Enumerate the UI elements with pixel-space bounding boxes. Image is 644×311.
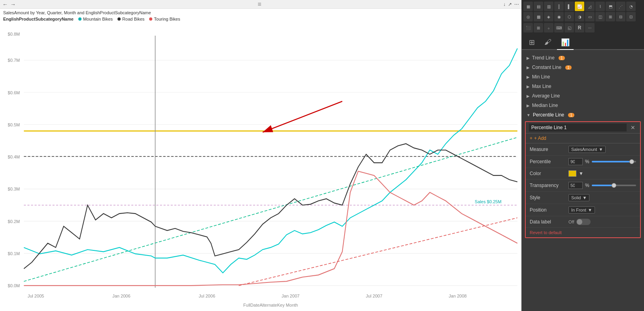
color-label: Color: [530, 171, 565, 176]
filter-icon-btn[interactable]: ⬦: [544, 23, 553, 32]
column-btn[interactable]: ║: [554, 2, 564, 11]
svg-text:$0.2M: $0.2M: [8, 219, 20, 223]
min-line-item[interactable]: ▶ Min Line: [522, 72, 644, 82]
card-btn[interactable]: ▭: [585, 12, 595, 21]
percentile-name-input[interactable]: [529, 124, 627, 132]
percentile-slider[interactable]: [592, 161, 636, 162]
svg-text:Jan 2007: Jan 2007: [282, 293, 299, 298]
slicer-btn[interactable]: ⊡: [626, 12, 636, 21]
line-chart-btn[interactable]: 📈: [575, 2, 584, 11]
data-label-label: Data label: [530, 219, 565, 225]
gradient-btn[interactable]: ◱: [564, 23, 574, 32]
max-line-item[interactable]: ▶ Max Line: [522, 82, 644, 91]
measure-dropdown-arrow: ▼: [599, 147, 603, 152]
max-line-chevron: ▶: [527, 84, 530, 89]
svg-text:$0.6M: $0.6M: [8, 90, 20, 95]
custom-vis-2[interactable]: ⊞: [534, 23, 543, 32]
pie-btn[interactable]: ◔: [626, 2, 636, 11]
svg-text:$0.1M: $0.1M: [8, 251, 20, 256]
custom-vis-1[interactable]: ⬛: [523, 23, 533, 32]
fields-tab[interactable]: ⊞: [525, 36, 539, 50]
svg-line-23: [263, 101, 342, 132]
average-line-label: Average Line: [532, 93, 560, 99]
bar-chart-btn[interactable]: ▦: [523, 2, 533, 11]
legend-mountain: Mountain Bikes: [78, 17, 113, 21]
percentile-line-chevron: ▼: [527, 113, 530, 117]
nav-forward-icon[interactable]: →: [10, 1, 16, 8]
svg-text:$0.4M: $0.4M: [8, 155, 20, 159]
legend-road: Road Bikes: [117, 17, 144, 21]
percentile-value-container: %: [568, 158, 636, 165]
treemap-btn[interactable]: ▩: [534, 12, 543, 21]
toolbar-menu-icon[interactable]: ≡: [18, 1, 501, 8]
mountain-dot: [78, 17, 81, 21]
chart-title: SalesAmount by Year, Quarter, Month and …: [0, 9, 521, 16]
donut-btn[interactable]: ◎: [523, 12, 533, 21]
percentile-line-label: Percentile Line: [533, 112, 564, 118]
format-tab[interactable]: 🖌: [540, 36, 555, 50]
r-btn[interactable]: R: [575, 23, 584, 32]
map-btn[interactable]: ◈: [544, 12, 553, 21]
constant-line-item[interactable]: ▶ Constant Line 1: [522, 63, 644, 72]
data-label-toggle[interactable]: [576, 219, 591, 225]
transparency-slider[interactable]: [592, 185, 636, 186]
constant-line-badge: 1: [565, 65, 572, 70]
svg-line-22: [239, 218, 517, 286]
revert-link[interactable]: Revert to default: [526, 228, 640, 237]
svg-text:Sales $0.25M: Sales $0.25M: [475, 199, 502, 204]
svg-text:FullDateAlternateKey Month: FullDateAlternateKey Month: [243, 303, 298, 307]
100pct-bar-btn[interactable]: ▥: [544, 2, 553, 11]
color-swatch[interactable]: [568, 170, 576, 177]
transparency-input[interactable]: [568, 182, 583, 189]
percentile-input[interactable]: [568, 158, 583, 165]
measure-dropdown[interactable]: SalesAmount ▼: [568, 146, 606, 153]
percentile-close-btn[interactable]: ✕: [629, 124, 637, 131]
gauge-btn[interactable]: ◑: [575, 12, 584, 21]
stacked-col-btn[interactable]: ▌: [564, 2, 574, 11]
filled-map-btn[interactable]: ◉: [554, 12, 564, 21]
max-line-label: Max Line: [532, 84, 551, 89]
transparency-value-container: %: [568, 182, 636, 189]
format-icon-btn[interactable]: ⌨: [554, 23, 564, 32]
position-dropdown-arrow: ▼: [588, 208, 592, 212]
median-line-label: Median Line: [532, 103, 558, 108]
funnel-btn[interactable]: ⬡: [564, 12, 574, 21]
touring-dot: [149, 17, 152, 21]
download-icon[interactable]: ↓: [503, 2, 506, 7]
expand-icon[interactable]: ↗: [508, 2, 512, 7]
style-value-container: Solid ▼: [568, 194, 636, 201]
scatter-btn[interactable]: ⋰: [616, 2, 625, 11]
viz-toolbar-row2: ⬛ ⊞ ⬦ ⌨ ◱ R ···: [522, 23, 644, 34]
position-dropdown[interactable]: In Front ▼: [568, 206, 595, 214]
svg-text:Jul 2007: Jul 2007: [366, 293, 383, 298]
stacked-bar-btn[interactable]: ▤: [534, 2, 543, 11]
add-percentile-link[interactable]: + + Add: [526, 134, 640, 143]
data-label-off-text: Off: [568, 219, 574, 224]
svg-text:Jan 2008: Jan 2008: [449, 293, 466, 298]
average-line-chevron: ▶: [527, 94, 530, 98]
average-line-item[interactable]: ▶ Average Line: [522, 91, 644, 101]
more-icon[interactable]: ⋯: [514, 2, 519, 7]
more-custom-btn[interactable]: ···: [585, 23, 595, 32]
area-btn[interactable]: ◿: [585, 2, 595, 11]
color-dropdown-arrow[interactable]: ▼: [579, 171, 583, 176]
position-value-container: In Front ▼: [568, 206, 636, 214]
analytics-tab[interactable]: 📊: [557, 36, 574, 50]
trend-line-item[interactable]: ▶ Trend Line 1: [522, 53, 644, 63]
chart-canvas[interactable]: $0.0M $0.1M $0.2M $0.3M $0.4M $0.5M $0.6…: [0, 23, 521, 311]
data-label-value-container: Off: [568, 219, 636, 225]
ribbon-btn[interactable]: ⌇: [595, 2, 605, 11]
style-dropdown[interactable]: Solid ▼: [568, 194, 589, 201]
trend-line-label: Trend Line: [532, 55, 555, 61]
table-btn[interactable]: ⊞: [606, 12, 615, 21]
percentile-editor: ✕ + + Add Measure SalesAmount ▼ Percenti…: [525, 121, 641, 238]
kpi-btn[interactable]: ◫: [595, 12, 605, 21]
measure-selected-value: SalesAmount: [571, 147, 597, 152]
waterfall-btn[interactable]: ⬒: [606, 2, 615, 11]
percentile-line-item[interactable]: ▼ Percentile Line 1: [522, 110, 644, 120]
nav-back-icon[interactable]: ←: [2, 1, 8, 8]
matrix-btn[interactable]: ⊟: [616, 12, 625, 21]
color-value-container: ▼: [568, 170, 636, 177]
median-line-item[interactable]: ▶ Median Line: [522, 101, 644, 110]
chart-toolbar: ← → ≡ ↓ ↗ ⋯: [0, 0, 521, 9]
